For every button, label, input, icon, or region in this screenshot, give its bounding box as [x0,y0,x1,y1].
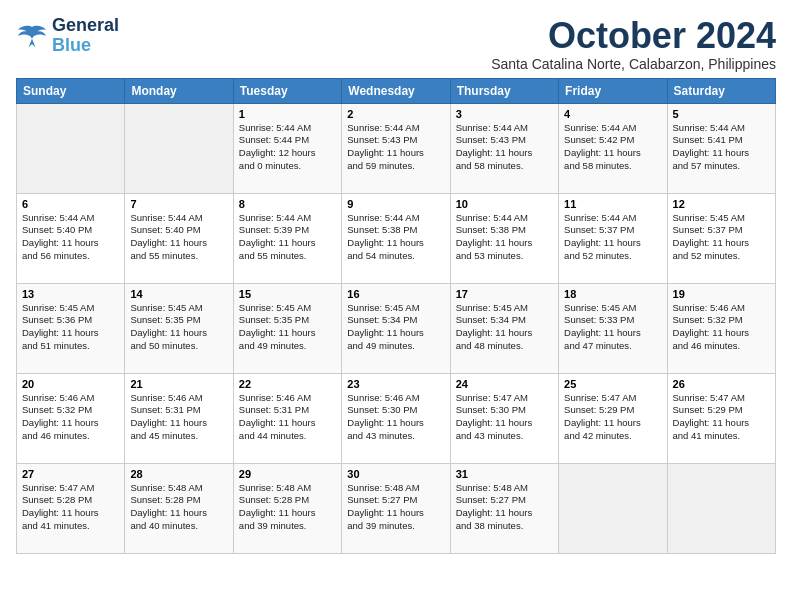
day-number: 7 [130,198,227,210]
calendar-cell: 3Sunrise: 5:44 AM Sunset: 5:43 PM Daylig… [450,103,558,193]
day-number: 5 [673,108,770,120]
header-saturday: Saturday [667,78,775,103]
page-header: General Blue October 2024 Santa Catalina… [16,16,776,72]
day-content: Sunrise: 5:44 AM Sunset: 5:38 PM Dayligh… [456,212,553,263]
calendar-cell: 21Sunrise: 5:46 AM Sunset: 5:31 PM Dayli… [125,373,233,463]
day-content: Sunrise: 5:46 AM Sunset: 5:31 PM Dayligh… [239,392,336,443]
day-content: Sunrise: 5:44 AM Sunset: 5:40 PM Dayligh… [130,212,227,263]
calendar-cell: 30Sunrise: 5:48 AM Sunset: 5:27 PM Dayli… [342,463,450,553]
calendar-cell: 22Sunrise: 5:46 AM Sunset: 5:31 PM Dayli… [233,373,341,463]
day-content: Sunrise: 5:48 AM Sunset: 5:28 PM Dayligh… [239,482,336,533]
header-row: SundayMondayTuesdayWednesdayThursdayFrid… [17,78,776,103]
calendar-cell: 7Sunrise: 5:44 AM Sunset: 5:40 PM Daylig… [125,193,233,283]
day-number: 20 [22,378,119,390]
calendar-cell [667,463,775,553]
calendar-cell: 18Sunrise: 5:45 AM Sunset: 5:33 PM Dayli… [559,283,667,373]
day-content: Sunrise: 5:46 AM Sunset: 5:31 PM Dayligh… [130,392,227,443]
day-content: Sunrise: 5:45 AM Sunset: 5:34 PM Dayligh… [456,302,553,353]
day-number: 23 [347,378,444,390]
day-content: Sunrise: 5:44 AM Sunset: 5:38 PM Dayligh… [347,212,444,263]
week-row-1: 1Sunrise: 5:44 AM Sunset: 5:44 PM Daylig… [17,103,776,193]
calendar-cell: 4Sunrise: 5:44 AM Sunset: 5:42 PM Daylig… [559,103,667,193]
week-row-4: 20Sunrise: 5:46 AM Sunset: 5:32 PM Dayli… [17,373,776,463]
calendar-cell: 29Sunrise: 5:48 AM Sunset: 5:28 PM Dayli… [233,463,341,553]
day-number: 27 [22,468,119,480]
calendar-cell: 27Sunrise: 5:47 AM Sunset: 5:28 PM Dayli… [17,463,125,553]
day-content: Sunrise: 5:47 AM Sunset: 5:29 PM Dayligh… [564,392,661,443]
calendar-cell: 17Sunrise: 5:45 AM Sunset: 5:34 PM Dayli… [450,283,558,373]
calendar-cell: 8Sunrise: 5:44 AM Sunset: 5:39 PM Daylig… [233,193,341,283]
day-number: 24 [456,378,553,390]
day-content: Sunrise: 5:48 AM Sunset: 5:27 PM Dayligh… [456,482,553,533]
day-content: Sunrise: 5:47 AM Sunset: 5:28 PM Dayligh… [22,482,119,533]
title-block: October 2024 Santa Catalina Norte, Calab… [491,16,776,72]
day-number: 18 [564,288,661,300]
day-content: Sunrise: 5:46 AM Sunset: 5:30 PM Dayligh… [347,392,444,443]
calendar-cell: 15Sunrise: 5:45 AM Sunset: 5:35 PM Dayli… [233,283,341,373]
day-number: 25 [564,378,661,390]
day-number: 9 [347,198,444,210]
day-content: Sunrise: 5:44 AM Sunset: 5:44 PM Dayligh… [239,122,336,173]
calendar-cell [17,103,125,193]
day-content: Sunrise: 5:44 AM Sunset: 5:37 PM Dayligh… [564,212,661,263]
day-content: Sunrise: 5:47 AM Sunset: 5:30 PM Dayligh… [456,392,553,443]
header-friday: Friday [559,78,667,103]
day-content: Sunrise: 5:45 AM Sunset: 5:36 PM Dayligh… [22,302,119,353]
day-number: 1 [239,108,336,120]
day-content: Sunrise: 5:45 AM Sunset: 5:37 PM Dayligh… [673,212,770,263]
calendar-cell: 28Sunrise: 5:48 AM Sunset: 5:28 PM Dayli… [125,463,233,553]
day-number: 29 [239,468,336,480]
day-number: 28 [130,468,227,480]
calendar-cell: 1Sunrise: 5:44 AM Sunset: 5:44 PM Daylig… [233,103,341,193]
calendar-cell: 31Sunrise: 5:48 AM Sunset: 5:27 PM Dayli… [450,463,558,553]
day-content: Sunrise: 5:44 AM Sunset: 5:43 PM Dayligh… [456,122,553,173]
day-content: Sunrise: 5:44 AM Sunset: 5:41 PM Dayligh… [673,122,770,173]
day-number: 17 [456,288,553,300]
calendar-cell: 9Sunrise: 5:44 AM Sunset: 5:38 PM Daylig… [342,193,450,283]
day-content: Sunrise: 5:44 AM Sunset: 5:42 PM Dayligh… [564,122,661,173]
calendar-cell [125,103,233,193]
day-content: Sunrise: 5:44 AM Sunset: 5:39 PM Dayligh… [239,212,336,263]
header-wednesday: Wednesday [342,78,450,103]
calendar-cell: 10Sunrise: 5:44 AM Sunset: 5:38 PM Dayli… [450,193,558,283]
day-number: 14 [130,288,227,300]
day-number: 13 [22,288,119,300]
header-tuesday: Tuesday [233,78,341,103]
calendar-cell: 6Sunrise: 5:44 AM Sunset: 5:40 PM Daylig… [17,193,125,283]
day-number: 11 [564,198,661,210]
calendar-cell [559,463,667,553]
day-content: Sunrise: 5:45 AM Sunset: 5:35 PM Dayligh… [130,302,227,353]
calendar-cell: 5Sunrise: 5:44 AM Sunset: 5:41 PM Daylig… [667,103,775,193]
calendar-cell: 23Sunrise: 5:46 AM Sunset: 5:30 PM Dayli… [342,373,450,463]
day-number: 8 [239,198,336,210]
calendar-table: SundayMondayTuesdayWednesdayThursdayFrid… [16,78,776,554]
logo-icon [16,22,48,50]
day-number: 30 [347,468,444,480]
calendar-cell: 19Sunrise: 5:46 AM Sunset: 5:32 PM Dayli… [667,283,775,373]
day-content: Sunrise: 5:48 AM Sunset: 5:27 PM Dayligh… [347,482,444,533]
calendar-cell: 14Sunrise: 5:45 AM Sunset: 5:35 PM Dayli… [125,283,233,373]
day-content: Sunrise: 5:45 AM Sunset: 5:33 PM Dayligh… [564,302,661,353]
day-content: Sunrise: 5:45 AM Sunset: 5:35 PM Dayligh… [239,302,336,353]
calendar-body: 1Sunrise: 5:44 AM Sunset: 5:44 PM Daylig… [17,103,776,553]
day-content: Sunrise: 5:45 AM Sunset: 5:34 PM Dayligh… [347,302,444,353]
calendar-cell: 26Sunrise: 5:47 AM Sunset: 5:29 PM Dayli… [667,373,775,463]
calendar-cell: 12Sunrise: 5:45 AM Sunset: 5:37 PM Dayli… [667,193,775,283]
calendar-cell: 24Sunrise: 5:47 AM Sunset: 5:30 PM Dayli… [450,373,558,463]
calendar-cell: 25Sunrise: 5:47 AM Sunset: 5:29 PM Dayli… [559,373,667,463]
day-number: 6 [22,198,119,210]
calendar-cell: 16Sunrise: 5:45 AM Sunset: 5:34 PM Dayli… [342,283,450,373]
day-content: Sunrise: 5:44 AM Sunset: 5:40 PM Dayligh… [22,212,119,263]
calendar-cell: 2Sunrise: 5:44 AM Sunset: 5:43 PM Daylig… [342,103,450,193]
day-number: 21 [130,378,227,390]
day-number: 16 [347,288,444,300]
logo-text: General Blue [52,16,119,56]
header-thursday: Thursday [450,78,558,103]
day-number: 2 [347,108,444,120]
day-content: Sunrise: 5:46 AM Sunset: 5:32 PM Dayligh… [22,392,119,443]
day-number: 4 [564,108,661,120]
day-number: 10 [456,198,553,210]
day-number: 19 [673,288,770,300]
week-row-5: 27Sunrise: 5:47 AM Sunset: 5:28 PM Dayli… [17,463,776,553]
day-number: 31 [456,468,553,480]
